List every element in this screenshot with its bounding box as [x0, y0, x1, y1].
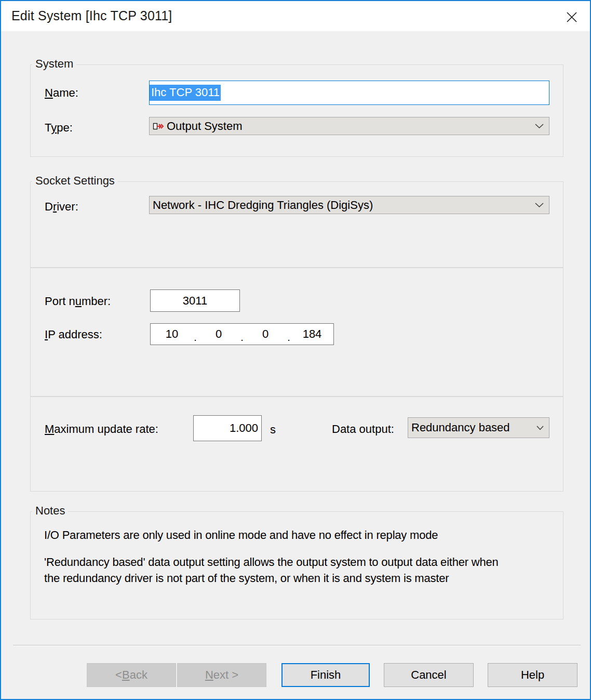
socket-settings-groupbox: [30, 181, 563, 268]
button-separator: [13, 645, 581, 646]
finish-button[interactable]: Finish: [281, 663, 370, 687]
output-system-icon: [153, 121, 164, 131]
socket-settings-group-label: Socket Settings: [32, 174, 118, 188]
name-input[interactable]: Ihc TCP 3011: [149, 81, 549, 105]
chevron-down-icon: [535, 124, 544, 129]
rate-unit-label: s: [270, 423, 276, 437]
driver-label: Driver:: [45, 200, 78, 214]
back-button: < Back: [87, 663, 176, 687]
type-dropdown-value: Output System: [167, 120, 243, 133]
update-rate-groupbox: [30, 397, 563, 492]
titlebar: Edit System [Ihc TCP 3011]: [1, 1, 590, 31]
driver-dropdown[interactable]: Network - IHC Dredging Triangles (DigiSy…: [149, 196, 549, 214]
data-output-dropdown[interactable]: Redundancy based: [408, 417, 549, 438]
type-dropdown[interactable]: Output System: [149, 117, 549, 135]
ip-address-input[interactable]: 10 . 0 . 0 . 184: [150, 323, 334, 345]
ip-separator: .: [193, 324, 197, 345]
type-label: Type:: [45, 121, 73, 135]
ip-separator: .: [240, 324, 244, 345]
ip-octet-2[interactable]: 0: [197, 324, 240, 345]
max-update-rate-input[interactable]: 1.000: [193, 415, 262, 441]
name-input-selected-text: Ihc TCP 3011: [150, 85, 221, 101]
max-update-rate-label: Maximum update rate:: [45, 422, 158, 436]
chevron-down-icon: [536, 426, 544, 430]
next-button: Next >: [177, 663, 266, 687]
ip-address-label: IP address:: [45, 328, 102, 341]
notes-group-label: Notes: [32, 504, 68, 518]
port-number-input[interactable]: 3011: [150, 289, 240, 312]
port-number-value: 3011: [183, 294, 207, 308]
ip-octet-4[interactable]: 184: [291, 324, 333, 345]
notes-line-1: I/O Parameters are only used in online m…: [44, 527, 558, 543]
notes-line-2: 'Redundancy based' data output setting a…: [44, 554, 558, 586]
help-button[interactable]: Help: [488, 663, 577, 687]
max-update-rate-value: 1.000: [230, 421, 258, 435]
ip-separator: .: [287, 324, 291, 345]
data-output-label: Data output:: [332, 422, 394, 436]
system-groupbox: [30, 64, 563, 157]
driver-dropdown-value: Network - IHC Dredging Triangles (DigiSy…: [153, 199, 373, 212]
port-number-label: Port number:: [45, 295, 111, 308]
system-group-label: System: [32, 57, 76, 71]
close-icon: [565, 10, 579, 24]
chevron-down-icon: [535, 203, 544, 208]
dialog-title: Edit System [Ihc TCP 3011]: [11, 8, 172, 23]
cancel-button[interactable]: Cancel: [384, 663, 474, 687]
edit-system-dialog: Edit System [Ihc TCP 3011] System Name: …: [0, 0, 591, 700]
close-button[interactable]: [563, 8, 581, 26]
data-output-dropdown-value: Redundancy based: [411, 421, 510, 434]
ip-octet-3[interactable]: 0: [244, 324, 287, 345]
name-label: Name:: [45, 86, 78, 100]
ip-octet-1[interactable]: 10: [151, 324, 193, 345]
